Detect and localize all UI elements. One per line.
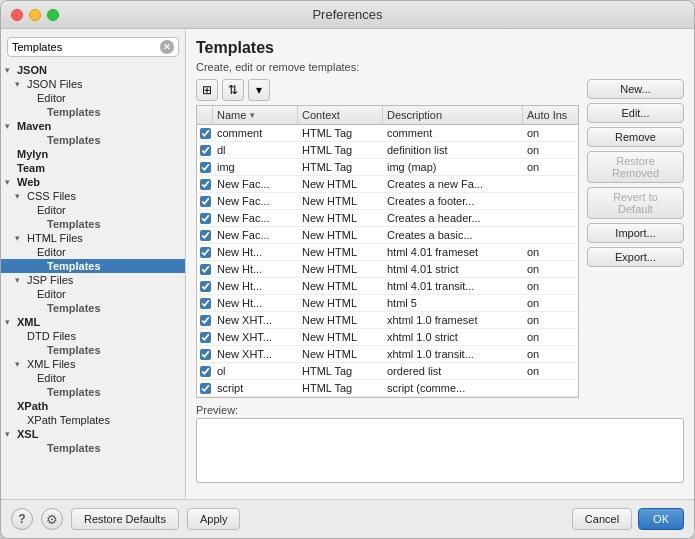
sidebar-item-json[interactable]: ▾JSON xyxy=(1,63,185,77)
table-row[interactable]: New Fac...New HTMLCreates a new Fa... xyxy=(197,176,578,193)
row-checkbox-cell[interactable] xyxy=(197,161,213,174)
row-checkbox[interactable] xyxy=(200,349,211,360)
row-checkbox[interactable] xyxy=(200,264,211,275)
header-context[interactable]: Context xyxy=(298,106,383,124)
restore-defaults-button[interactable]: Restore Defaults xyxy=(71,508,179,530)
sidebar-item-jsp-templates[interactable]: Templates xyxy=(1,301,185,315)
table-row[interactable]: New Fac...New HTMLCreates a basic... xyxy=(197,227,578,244)
row-checkbox-cell[interactable] xyxy=(197,144,213,157)
search-input[interactable] xyxy=(12,41,160,53)
table-row[interactable]: scriptHTML Tagscript (comme... xyxy=(197,380,578,397)
clear-search-button[interactable]: ✕ xyxy=(160,40,174,54)
row-checkbox-cell[interactable] xyxy=(197,331,213,344)
sort-button[interactable]: ⇅ xyxy=(222,79,244,101)
minimize-button[interactable] xyxy=(29,9,41,21)
row-checkbox[interactable] xyxy=(200,247,211,258)
row-checkbox[interactable] xyxy=(200,213,211,224)
row-checkbox-cell[interactable] xyxy=(197,127,213,140)
row-checkbox-cell[interactable] xyxy=(197,229,213,242)
ok-button[interactable]: OK xyxy=(638,508,684,530)
more-button[interactable]: ▾ xyxy=(248,79,270,101)
row-checkbox-cell[interactable] xyxy=(197,280,213,293)
row-checkbox[interactable] xyxy=(200,128,211,139)
table-row[interactable]: olHTML Tagordered liston xyxy=(197,363,578,380)
table-row[interactable]: New XHT...New HTMLxhtml 1.0 transit...on xyxy=(197,346,578,363)
table-row[interactable]: dlHTML Tagdefinition liston xyxy=(197,142,578,159)
sidebar-item-team[interactable]: Team xyxy=(1,161,185,175)
table-row[interactable]: New Ht...New HTMLhtml 5on xyxy=(197,295,578,312)
sidebar-item-json-editor[interactable]: Editor xyxy=(1,91,185,105)
row-checkbox[interactable] xyxy=(200,298,211,309)
sidebar-item-json-templates[interactable]: Templates xyxy=(1,105,185,119)
header-name[interactable]: Name ▼ xyxy=(213,106,298,124)
sidebar-item-dtd-files[interactable]: DTD Files xyxy=(1,329,185,343)
filter-button[interactable]: ⊞ xyxy=(196,79,218,101)
sidebar-item-maven[interactable]: ▾Maven xyxy=(1,119,185,133)
row-checkbox-cell[interactable] xyxy=(197,382,213,395)
sidebar-item-xsl-templates[interactable]: Templates xyxy=(1,441,185,455)
table-row[interactable]: New Ht...New HTMLhtml 4.01 frameseton xyxy=(197,244,578,261)
row-checkbox-cell[interactable] xyxy=(197,348,213,361)
row-checkbox-cell[interactable] xyxy=(197,195,213,208)
sidebar-item-html-templates[interactable]: Templates xyxy=(1,259,185,273)
row-checkbox[interactable] xyxy=(200,230,211,241)
apply-button[interactable]: Apply xyxy=(187,508,241,530)
sidebar-item-css-files[interactable]: ▾CSS Files xyxy=(1,189,185,203)
sidebar-item-xml-files[interactable]: ▾XML Files xyxy=(1,357,185,371)
row-checkbox[interactable] xyxy=(200,179,211,190)
sidebar-item-dtd-templates[interactable]: Templates xyxy=(1,343,185,357)
row-checkbox-cell[interactable] xyxy=(197,297,213,310)
row-checkbox-cell[interactable] xyxy=(197,246,213,259)
row-checkbox[interactable] xyxy=(200,332,211,343)
restore-removed-button[interactable]: Restore Removed xyxy=(587,151,684,183)
table-row[interactable]: imgHTML Tagimg (map)on xyxy=(197,159,578,176)
header-description[interactable]: Description xyxy=(383,106,523,124)
table-row[interactable]: New Fac...New HTMLCreates a footer... xyxy=(197,193,578,210)
sidebar-item-maven-templates[interactable]: Templates xyxy=(1,133,185,147)
row-checkbox[interactable] xyxy=(200,315,211,326)
settings-button[interactable]: ⚙ xyxy=(41,508,63,530)
sidebar-item-xsl[interactable]: ▾XSL xyxy=(1,427,185,441)
row-checkbox[interactable] xyxy=(200,196,211,207)
help-button[interactable]: ? xyxy=(11,508,33,530)
maximize-button[interactable] xyxy=(47,9,59,21)
sidebar-item-xpath-templates[interactable]: XPath Templates xyxy=(1,413,185,427)
close-button[interactable] xyxy=(11,9,23,21)
sidebar-item-json-files[interactable]: ▾JSON Files xyxy=(1,77,185,91)
table-row[interactable]: New Ht...New HTMLhtml 4.01 stricton xyxy=(197,261,578,278)
new-button[interactable]: New... xyxy=(587,79,684,99)
sidebar-item-css-templates[interactable]: Templates xyxy=(1,217,185,231)
row-checkbox[interactable] xyxy=(200,162,211,173)
sidebar-item-jsp-editor[interactable]: Editor xyxy=(1,287,185,301)
table-row[interactable]: New XHT...New HTMLxhtml 1.0 frameseton xyxy=(197,312,578,329)
row-checkbox-cell[interactable] xyxy=(197,178,213,191)
sidebar-item-xml-templates[interactable]: Templates xyxy=(1,385,185,399)
table-row[interactable]: commentHTML Tagcommenton xyxy=(197,125,578,142)
sidebar-item-xml-editor[interactable]: Editor xyxy=(1,371,185,385)
row-checkbox[interactable] xyxy=(200,281,211,292)
sidebar-item-xpath[interactable]: XPath xyxy=(1,399,185,413)
import-button[interactable]: Import... xyxy=(587,223,684,243)
row-checkbox-cell[interactable] xyxy=(197,212,213,225)
sidebar-item-web[interactable]: ▾Web xyxy=(1,175,185,189)
table-row[interactable]: New Fac...New HTMLCreates a header... xyxy=(197,210,578,227)
row-checkbox-cell[interactable] xyxy=(197,314,213,327)
remove-button[interactable]: Remove xyxy=(587,127,684,147)
row-checkbox-cell[interactable] xyxy=(197,263,213,276)
edit-button[interactable]: Edit... xyxy=(587,103,684,123)
sidebar-item-html-files[interactable]: ▾HTML Files xyxy=(1,231,185,245)
table-row[interactable]: New Ht...New HTMLhtml 4.01 transit...on xyxy=(197,278,578,295)
revert-to-default-button[interactable]: Revert to Default xyxy=(587,187,684,219)
sidebar-item-xml[interactable]: ▾XML xyxy=(1,315,185,329)
row-checkbox[interactable] xyxy=(200,366,211,377)
export-button[interactable]: Export... xyxy=(587,247,684,267)
sidebar-item-html-editor[interactable]: Editor xyxy=(1,245,185,259)
row-checkbox[interactable] xyxy=(200,383,211,394)
row-checkbox-cell[interactable] xyxy=(197,365,213,378)
row-checkbox[interactable] xyxy=(200,145,211,156)
sidebar-item-jsp-files[interactable]: ▾JSP Files xyxy=(1,273,185,287)
cancel-button[interactable]: Cancel xyxy=(572,508,632,530)
sidebar-item-css-editor[interactable]: Editor xyxy=(1,203,185,217)
table-row[interactable]: New XHT...New HTMLxhtml 1.0 stricton xyxy=(197,329,578,346)
sidebar-item-mylyn[interactable]: Mylyn xyxy=(1,147,185,161)
